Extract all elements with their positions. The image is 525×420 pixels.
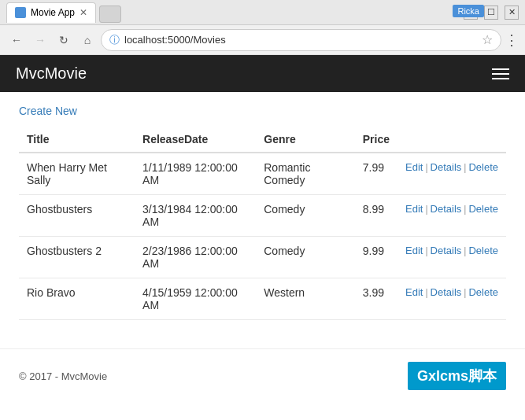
browser-tab[interactable]: Movie App ✕ — [6, 2, 96, 23]
sep1-2: | — [425, 245, 427, 256]
cell-genre-3: Western — [256, 278, 355, 320]
sep1-3: | — [425, 287, 427, 298]
hamburger-line-1 — [492, 68, 509, 70]
cell-actions-2: Edit | Details | Delete — [397, 237, 506, 278]
watermark: Gxlcms脚本 — [408, 362, 506, 390]
delete-link-0[interactable]: Delete — [468, 161, 498, 173]
url-input[interactable] — [124, 34, 477, 46]
sep1-1: | — [425, 204, 427, 215]
hamburger-line-2 — [492, 73, 509, 75]
col-price: Price — [355, 127, 397, 153]
hamburger-menu[interactable] — [492, 68, 509, 79]
cell-title-2: Ghostbusters 2 — [19, 237, 135, 278]
home-button[interactable]: ⌂ — [77, 30, 98, 50]
edit-link-1[interactable]: Edit — [405, 203, 423, 215]
back-button[interactable]: ← — [6, 30, 27, 50]
cell-price-1: 8.99 — [355, 195, 397, 237]
sep2-3: | — [464, 287, 466, 298]
browser-tab-area: Movie App ✕ — [6, 2, 121, 23]
tab-title: Movie App — [31, 7, 75, 18]
movies-table: Title ReleaseDate Genre Price When Harry… — [19, 127, 506, 320]
details-link-1[interactable]: Details — [431, 203, 462, 215]
cell-price-2: 9.99 — [355, 237, 397, 278]
col-actions — [397, 127, 506, 153]
cell-date-2: 2/23/1986 12:00:00 AM — [135, 237, 256, 278]
browser-titlebar: Movie App ✕ — ☐ ✕ — [0, 0, 525, 25]
footer-text: © 2017 - MvcMovie — [19, 370, 107, 382]
browser-navbar: ← → ↻ ⌂ ⓘ ☆ ⋮ — [0, 25, 525, 55]
col-release-date: ReleaseDate — [135, 127, 256, 153]
edit-link-3[interactable]: Edit — [405, 286, 423, 298]
cell-genre-0: Romantic Comedy — [256, 153, 355, 195]
navbar-brand: MvcMovie — [16, 64, 87, 83]
close-button[interactable]: ✕ — [505, 6, 519, 20]
cell-genre-2: Comedy — [256, 237, 355, 278]
table-row: Ghostbusters 2 2/23/1986 12:00:00 AM Com… — [19, 237, 506, 278]
address-bar[interactable]: ⓘ ☆ — [101, 29, 501, 51]
cell-actions-0: Edit | Details | Delete — [397, 153, 506, 195]
new-tab-button[interactable] — [99, 6, 121, 23]
details-link-3[interactable]: Details — [431, 286, 462, 298]
edit-link-2[interactable]: Edit — [405, 245, 423, 256]
col-genre: Genre — [256, 127, 355, 153]
app-footer: © 2017 - MvcMovie Gxlcms脚本 — [0, 348, 525, 403]
forward-button[interactable]: → — [30, 30, 50, 50]
cell-actions-1: Edit | Details | Delete — [397, 195, 506, 237]
edit-link-0[interactable]: Edit — [405, 161, 423, 173]
details-link-0[interactable]: Details — [431, 161, 462, 173]
details-link-2[interactable]: Details — [431, 245, 462, 256]
sep1-0: | — [425, 162, 427, 173]
lock-icon: ⓘ — [109, 33, 120, 47]
cell-date-0: 1/11/1989 12:00:00 AM — [135, 153, 256, 195]
tab-close-button[interactable]: ✕ — [79, 7, 87, 18]
bookmark-icon[interactable]: ☆ — [482, 32, 493, 47]
maximize-button[interactable]: ☐ — [484, 6, 498, 20]
sep2-0: | — [464, 162, 466, 173]
cell-date-3: 4/15/1959 12:00:00 AM — [135, 278, 256, 320]
cell-title-1: Ghostbusters — [19, 195, 135, 237]
col-title: Title — [19, 127, 135, 153]
tab-favicon — [15, 7, 26, 18]
cell-title-0: When Harry Met Sally — [19, 153, 135, 195]
sep2-1: | — [464, 204, 466, 215]
delete-link-3[interactable]: Delete — [468, 286, 498, 298]
main-content: Create New Title ReleaseDate Genre Price… — [0, 92, 525, 333]
app-navbar: MvcMovie — [0, 55, 525, 92]
hamburger-line-3 — [492, 78, 509, 79]
table-row: Ghostbusters 3/13/1984 12:00:00 AM Comed… — [19, 195, 506, 237]
table-header-row: Title ReleaseDate Genre Price — [19, 127, 506, 153]
app-wrapper: MvcMovie Create New Title ReleaseDate Ge… — [0, 55, 525, 420]
cell-genre-1: Comedy — [256, 195, 355, 237]
cell-title-3: Rio Bravo — [19, 278, 135, 320]
ricka-label: Ricka — [453, 5, 484, 17]
cell-date-1: 3/13/1984 12:00:00 AM — [135, 195, 256, 237]
refresh-button[interactable]: ↻ — [54, 30, 74, 50]
create-new-link[interactable]: Create New — [19, 105, 77, 117]
table-row: When Harry Met Sally 1/11/1989 12:00:00 … — [19, 153, 506, 195]
browser-menu-icon[interactable]: ⋮ — [505, 31, 519, 49]
cell-actions-3: Edit | Details | Delete — [397, 278, 506, 320]
cell-price-0: 7.99 — [355, 153, 397, 195]
table-row: Rio Bravo 4/15/1959 12:00:00 AM Western … — [19, 278, 506, 320]
delete-link-2[interactable]: Delete — [468, 245, 498, 256]
delete-link-1[interactable]: Delete — [468, 203, 498, 215]
sep2-2: | — [464, 245, 466, 256]
cell-price-3: 3.99 — [355, 278, 397, 320]
